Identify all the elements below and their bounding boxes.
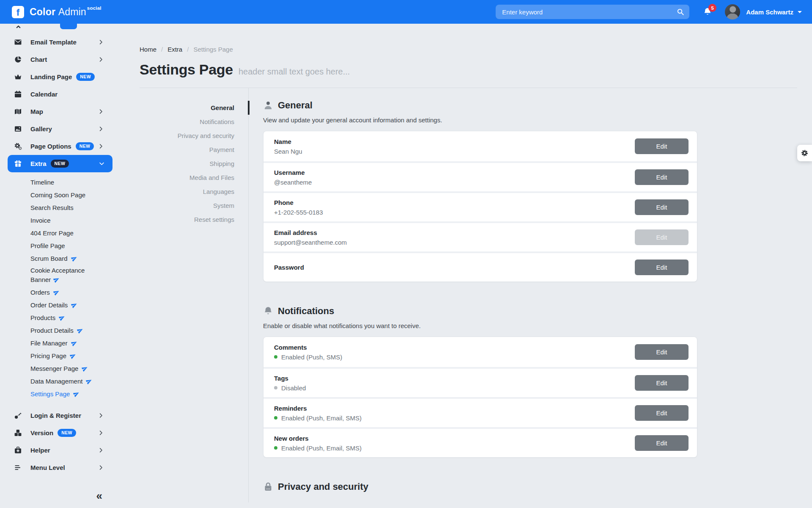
sidebar-subitem-file-manager[interactable]: File Manager [0, 337, 114, 349]
settings-nav-languages[interactable]: Languages [140, 185, 248, 199]
notifications-button[interactable]: 5 [703, 7, 712, 17]
new-badge: NEW [76, 142, 94, 150]
edit-new-orders-button[interactable]: Edit [635, 435, 689, 451]
row-text: New orders Enabled (Push, Email, SMS) [274, 435, 635, 452]
chevron-right-icon [98, 412, 104, 419]
settings-nav-shipping[interactable]: Shipping [140, 157, 248, 171]
status-dot-enabled [274, 355, 277, 359]
sidebar-subitem-products[interactable]: Products [0, 311, 114, 324]
chevron-right-icon [98, 143, 104, 149]
chevron-right-icon [98, 56, 104, 63]
breadcrumb-home[interactable]: Home [140, 46, 156, 53]
sidebar-item-chart[interactable]: Chart [0, 51, 114, 68]
sidebar-item-map[interactable]: Map [0, 103, 114, 120]
breadcrumb-separator: / [187, 46, 189, 53]
sidebar-subitem-scrum-board[interactable]: Scrum Board [0, 252, 114, 265]
sidebar-collapse-button[interactable]: « [96, 490, 102, 501]
edit-tags-button[interactable]: Edit [635, 375, 689, 391]
section-general-header: General [263, 100, 797, 111]
paper-plane-icon [71, 302, 77, 308]
section-title: Privacy and security [278, 481, 368, 492]
brand-superscript: social [87, 6, 102, 11]
sidebar-item-version[interactable]: Version NEW [0, 424, 114, 442]
edit-reminders-button[interactable]: Edit [635, 405, 689, 421]
sidebar-subitem-product-details[interactable]: Product Details [0, 324, 114, 337]
status-dot-enabled [274, 416, 277, 420]
sidebar-subitem-messenger-page[interactable]: Messenger Page [0, 362, 114, 375]
extra-submenu: Timeline Coming Soon Page Search Results… [0, 172, 114, 401]
sidebar-menu-bottom: Login & Register Version NEW Helper Menu… [0, 407, 114, 476]
sidebar-item-gallery[interactable]: Gallery [0, 120, 114, 138]
app-logo[interactable]: f Color Adminsocial [12, 6, 101, 18]
row-label: New orders [274, 435, 635, 442]
sidebar-item-email-template[interactable]: Email Template [0, 33, 114, 51]
sidebar-item-login-register[interactable]: Login & Register [0, 407, 114, 424]
edit-password-button[interactable]: Edit [635, 260, 689, 275]
page-header: Settings Page header small text goes her… [140, 61, 797, 78]
section-privacy: Privacy and security [263, 481, 797, 492]
sidebar-subitem-search-results[interactable]: Search Results [0, 201, 114, 214]
row-value: Sean Ngu [274, 148, 635, 155]
gear-icon [801, 149, 809, 157]
user-menu[interactable]: Adam Schwartz [746, 8, 793, 16]
sidebar-subitem-orders[interactable]: Orders [0, 286, 114, 298]
settings-nav-privacy-and-security[interactable]: Privacy and security [140, 129, 248, 143]
brand-bold: Color [30, 6, 55, 17]
partial-icon [15, 24, 22, 30]
sidebar-subitem-cookie-acceptance-banner[interactable]: Cookie Acceptance Banner [0, 265, 102, 286]
sidebar-subitem-profile-page[interactable]: Profile Page [0, 239, 114, 252]
settings-nav-notifications[interactable]: Notifications [140, 115, 248, 129]
section-notifications-header: Notifications [263, 306, 797, 317]
settings-nav-media-and-files[interactable]: Media and Files [140, 171, 248, 185]
sidebar-item-helper[interactable]: Helper [0, 442, 114, 459]
edit-email-button[interactable]: Edit [635, 229, 689, 245]
sidebar-subitem-settings-page[interactable]: Settings Page [0, 387, 114, 400]
section-general: General View and update your general acc… [263, 100, 797, 282]
sidebar-item-page-options[interactable]: Page Options NEW [0, 138, 114, 155]
edit-name-button[interactable]: Edit [635, 138, 689, 154]
brand-title: Color Adminsocial [30, 6, 101, 18]
settings-nav-general[interactable]: General [140, 101, 248, 115]
subitem-label: Coming Soon Page [30, 191, 85, 199]
sidebar-item-label: Login & Register [30, 412, 81, 419]
avatar[interactable] [725, 4, 740, 19]
general-card: Name Sean Ngu Edit Username @seantheme E… [263, 131, 697, 282]
edit-comments-button[interactable]: Edit [635, 344, 689, 360]
settings-content: General Notifications Privacy and securi… [140, 88, 797, 502]
sidebar-item-landing-page[interactable]: Landing Page NEW [0, 68, 114, 86]
edit-username-button[interactable]: Edit [635, 169, 689, 185]
paper-plane-icon [70, 353, 76, 359]
section-title: General [278, 100, 313, 111]
theme-settings-button[interactable] [797, 145, 812, 161]
chevron-right-icon [98, 126, 104, 132]
sidebar-item-extra[interactable]: Extra NEW [8, 155, 112, 172]
row-text: Username @seantheme [274, 169, 635, 186]
settings-nav-payment[interactable]: Payment [140, 143, 248, 157]
sidebar-subitem-404-error-page[interactable]: 404 Error Page [0, 226, 114, 239]
edit-phone-button[interactable]: Edit [635, 199, 689, 215]
subitem-label: Scrum Board [30, 255, 68, 262]
row-label: Password [274, 264, 635, 271]
settings-nav-system[interactable]: System [140, 199, 248, 213]
status-dot-enabled [274, 446, 277, 450]
subitem-label: Product Details [30, 327, 74, 334]
subitem-label: Order Details [30, 301, 68, 309]
gears-icon [14, 142, 23, 150]
sidebar-item-calendar[interactable]: Calendar [0, 86, 114, 103]
settings-nav-reset-settings[interactable]: Reset settings [140, 213, 248, 226]
sidebar-subitem-order-details[interactable]: Order Details [0, 298, 114, 311]
search-icon[interactable] [677, 8, 684, 16]
row-label: Username [274, 169, 635, 176]
subitem-label: File Manager [30, 340, 68, 347]
sidebar-item-menu-level[interactable]: Menu Level [0, 459, 114, 476]
sidebar-subitem-invoice[interactable]: Invoice [0, 214, 114, 226]
search-input[interactable] [502, 8, 677, 16]
calendar-icon [14, 90, 23, 98]
sidebar-subitem-timeline[interactable]: Timeline [0, 176, 114, 188]
sidebar-item-label: Map [30, 108, 43, 115]
sidebar-subitem-coming-soon-page[interactable]: Coming Soon Page [0, 188, 114, 201]
breadcrumb-extra[interactable]: Extra [167, 46, 182, 53]
sidebar-subitem-pricing-page[interactable]: Pricing Page [0, 349, 114, 362]
sidebar-subitem-data-management[interactable]: Data Management [0, 375, 114, 387]
row-value: Enabled (Push, Email, SMS) [274, 414, 635, 422]
